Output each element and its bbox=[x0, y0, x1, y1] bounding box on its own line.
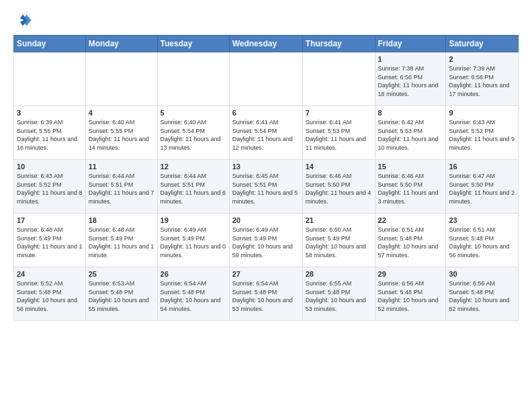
day-info: Sunrise: 6:47 AMSunset: 5:50 PMDaylight:… bbox=[449, 172, 515, 205]
day-info: Sunrise: 6:51 AMSunset: 5:48 PMDaylight:… bbox=[378, 226, 443, 259]
calendar-cell bbox=[229, 52, 302, 106]
calendar-cell: 3Sunrise: 6:39 AMSunset: 5:55 PMDaylight… bbox=[14, 106, 86, 160]
day-info: Sunrise: 6:41 AMSunset: 5:53 PMDaylight:… bbox=[306, 118, 372, 152]
day-number: 25 bbox=[89, 270, 154, 278]
day-number: 2 bbox=[449, 55, 515, 63]
calendar-cell: 13Sunrise: 6:45 AMSunset: 5:51 PMDayligh… bbox=[229, 160, 302, 214]
calendar-cell: 11Sunrise: 6:44 AMSunset: 5:51 PMDayligh… bbox=[85, 160, 157, 214]
header-cell-tuesday: Tuesday bbox=[157, 36, 229, 52]
day-number: 23 bbox=[449, 216, 515, 224]
day-info: Sunrise: 6:43 AMSunset: 5:52 PMDaylight:… bbox=[449, 118, 515, 152]
day-number: 3 bbox=[17, 109, 83, 117]
calendar-cell bbox=[302, 52, 375, 106]
calendar-cell: 17Sunrise: 6:48 AMSunset: 5:49 PMDayligh… bbox=[14, 214, 86, 267]
header-cell-sunday: Sunday bbox=[14, 36, 86, 52]
calendar-body: 1Sunrise: 7:38 AMSunset: 6:56 PMDaylight… bbox=[14, 52, 519, 321]
calendar-cell: 4Sunrise: 6:40 AMSunset: 5:55 PMDaylight… bbox=[85, 106, 157, 160]
day-number: 24 bbox=[17, 270, 83, 278]
day-info: Sunrise: 6:39 AMSunset: 5:55 PMDaylight:… bbox=[17, 118, 83, 152]
header bbox=[13, 11, 519, 30]
day-info: Sunrise: 6:41 AMSunset: 5:54 PMDaylight:… bbox=[232, 118, 300, 152]
calendar-cell: 8Sunrise: 6:42 AMSunset: 5:53 PMDaylight… bbox=[375, 106, 446, 160]
day-number: 6 bbox=[232, 109, 300, 117]
calendar-cell: 5Sunrise: 6:40 AMSunset: 5:54 PMDaylight… bbox=[157, 106, 229, 160]
calendar-cell: 28Sunrise: 6:55 AMSunset: 5:48 PMDayligh… bbox=[302, 267, 375, 321]
calendar-cell: 30Sunrise: 6:56 AMSunset: 5:48 PMDayligh… bbox=[446, 267, 519, 321]
day-number: 9 bbox=[449, 109, 515, 117]
day-number: 17 bbox=[17, 216, 83, 224]
day-info: Sunrise: 6:50 AMSunset: 5:49 PMDaylight:… bbox=[306, 226, 372, 259]
calendar-cell: 2Sunrise: 7:39 AMSunset: 6:56 PMDaylight… bbox=[446, 52, 519, 106]
day-number: 5 bbox=[161, 109, 226, 117]
calendar-cell: 7Sunrise: 6:41 AMSunset: 5:53 PMDaylight… bbox=[302, 106, 375, 160]
calendar-cell: 22Sunrise: 6:51 AMSunset: 5:48 PMDayligh… bbox=[375, 214, 446, 267]
calendar-cell: 18Sunrise: 6:48 AMSunset: 5:49 PMDayligh… bbox=[85, 214, 157, 267]
calendar-cell: 12Sunrise: 6:44 AMSunset: 5:51 PMDayligh… bbox=[157, 160, 229, 214]
day-number: 4 bbox=[89, 109, 154, 117]
calendar-cell: 21Sunrise: 6:50 AMSunset: 5:49 PMDayligh… bbox=[302, 214, 375, 267]
day-number: 13 bbox=[232, 163, 300, 171]
logo-icon bbox=[13, 11, 32, 30]
calendar-week-3: 17Sunrise: 6:48 AMSunset: 5:49 PMDayligh… bbox=[14, 214, 519, 267]
day-info: Sunrise: 6:56 AMSunset: 5:48 PMDaylight:… bbox=[378, 279, 443, 313]
calendar-cell bbox=[157, 52, 229, 106]
day-info: Sunrise: 6:45 AMSunset: 5:51 PMDaylight:… bbox=[232, 172, 300, 205]
day-info: Sunrise: 6:49 AMSunset: 5:49 PMDaylight:… bbox=[232, 226, 300, 259]
calendar-week-4: 24Sunrise: 6:52 AMSunset: 5:48 PMDayligh… bbox=[14, 267, 519, 321]
day-info: Sunrise: 6:54 AMSunset: 5:48 PMDaylight:… bbox=[232, 279, 300, 313]
calendar-cell: 16Sunrise: 6:47 AMSunset: 5:50 PMDayligh… bbox=[446, 160, 519, 214]
day-number: 29 bbox=[378, 270, 443, 278]
header-cell-thursday: Thursday bbox=[302, 36, 375, 52]
calendar-cell: 25Sunrise: 6:53 AMSunset: 5:48 PMDayligh… bbox=[85, 267, 157, 321]
day-number: 26 bbox=[161, 270, 226, 278]
calendar-week-1: 3Sunrise: 6:39 AMSunset: 5:55 PMDaylight… bbox=[14, 106, 519, 160]
header-cell-friday: Friday bbox=[375, 36, 446, 52]
day-number: 11 bbox=[89, 163, 154, 171]
day-info: Sunrise: 6:51 AMSunset: 5:48 PMDaylight:… bbox=[449, 226, 515, 259]
day-info: Sunrise: 7:39 AMSunset: 6:56 PMDaylight:… bbox=[449, 64, 515, 98]
calendar-cell: 6Sunrise: 6:41 AMSunset: 5:54 PMDaylight… bbox=[229, 106, 302, 160]
calendar-cell: 19Sunrise: 6:49 AMSunset: 5:49 PMDayligh… bbox=[157, 214, 229, 267]
day-number: 21 bbox=[306, 216, 372, 224]
day-number: 16 bbox=[449, 163, 515, 171]
calendar-cell: 10Sunrise: 6:43 AMSunset: 5:52 PMDayligh… bbox=[14, 160, 86, 214]
day-info: Sunrise: 6:49 AMSunset: 5:49 PMDaylight:… bbox=[161, 226, 226, 259]
day-info: Sunrise: 6:52 AMSunset: 5:48 PMDaylight:… bbox=[17, 279, 83, 313]
day-info: Sunrise: 6:46 AMSunset: 5:50 PMDaylight:… bbox=[378, 172, 443, 205]
header-cell-saturday: Saturday bbox=[446, 36, 519, 52]
calendar-cell: 23Sunrise: 6:51 AMSunset: 5:48 PMDayligh… bbox=[446, 214, 519, 267]
day-info: Sunrise: 7:38 AMSunset: 6:56 PMDaylight:… bbox=[378, 64, 443, 98]
calendar-cell: 15Sunrise: 6:46 AMSunset: 5:50 PMDayligh… bbox=[375, 160, 446, 214]
calendar-cell: 24Sunrise: 6:52 AMSunset: 5:48 PMDayligh… bbox=[14, 267, 86, 321]
day-info: Sunrise: 6:44 AMSunset: 5:51 PMDaylight:… bbox=[161, 172, 226, 205]
day-info: Sunrise: 6:42 AMSunset: 5:53 PMDaylight:… bbox=[378, 118, 443, 152]
calendar-cell: 14Sunrise: 6:46 AMSunset: 5:50 PMDayligh… bbox=[302, 160, 375, 214]
header-cell-monday: Monday bbox=[85, 36, 157, 52]
page: SundayMondayTuesdayWednesdayThursdayFrid… bbox=[0, 0, 532, 328]
logo bbox=[13, 11, 35, 30]
day-number: 22 bbox=[378, 216, 443, 224]
day-info: Sunrise: 6:43 AMSunset: 5:52 PMDaylight:… bbox=[17, 172, 83, 205]
calendar-cell: 9Sunrise: 6:43 AMSunset: 5:52 PMDaylight… bbox=[446, 106, 519, 160]
day-number: 18 bbox=[89, 216, 154, 224]
calendar-header: SundayMondayTuesdayWednesdayThursdayFrid… bbox=[14, 36, 519, 52]
calendar-cell: 1Sunrise: 7:38 AMSunset: 6:56 PMDaylight… bbox=[375, 52, 446, 106]
day-info: Sunrise: 6:56 AMSunset: 5:48 PMDaylight:… bbox=[449, 279, 515, 313]
day-info: Sunrise: 6:48 AMSunset: 5:49 PMDaylight:… bbox=[89, 226, 154, 259]
day-info: Sunrise: 6:55 AMSunset: 5:48 PMDaylight:… bbox=[306, 279, 372, 313]
header-cell-wednesday: Wednesday bbox=[229, 36, 302, 52]
calendar-week-2: 10Sunrise: 6:43 AMSunset: 5:52 PMDayligh… bbox=[14, 160, 519, 214]
day-info: Sunrise: 6:44 AMSunset: 5:51 PMDaylight:… bbox=[89, 172, 154, 205]
day-info: Sunrise: 6:54 AMSunset: 5:48 PMDaylight:… bbox=[161, 279, 226, 313]
day-number: 14 bbox=[306, 163, 372, 171]
day-number: 1 bbox=[378, 55, 443, 63]
calendar-cell: 26Sunrise: 6:54 AMSunset: 5:48 PMDayligh… bbox=[157, 267, 229, 321]
calendar-cell bbox=[14, 52, 86, 106]
day-number: 27 bbox=[232, 270, 300, 278]
calendar-cell: 29Sunrise: 6:56 AMSunset: 5:48 PMDayligh… bbox=[375, 267, 446, 321]
day-number: 30 bbox=[449, 270, 515, 278]
calendar-week-0: 1Sunrise: 7:38 AMSunset: 6:56 PMDaylight… bbox=[14, 52, 519, 106]
day-number: 15 bbox=[378, 163, 443, 171]
calendar-cell bbox=[85, 52, 157, 106]
day-number: 20 bbox=[232, 216, 300, 224]
